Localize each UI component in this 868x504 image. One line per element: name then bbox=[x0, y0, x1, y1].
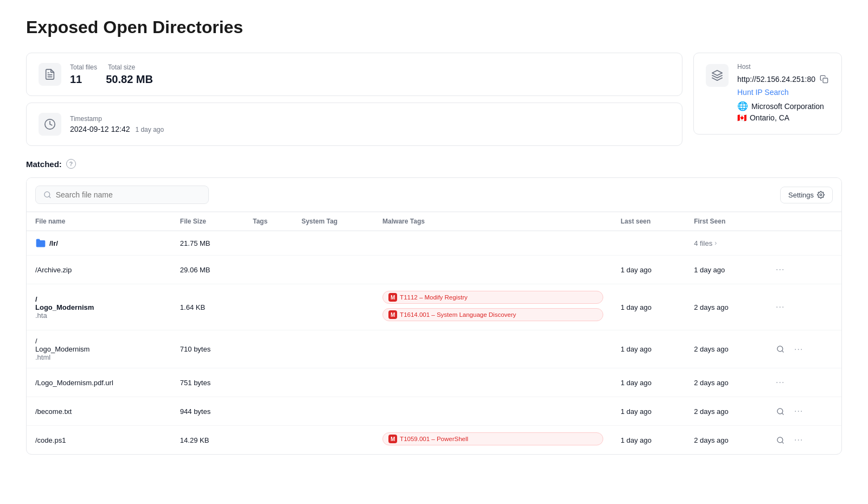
filesize-cell: 710 bytes bbox=[171, 330, 244, 368]
tags-cell bbox=[244, 284, 293, 330]
filesize-cell: 29.06 MB bbox=[171, 256, 244, 284]
search-button[interactable] bbox=[773, 432, 788, 448]
folder-link[interactable]: /lr/ bbox=[35, 238, 163, 248]
malwaretags-cell: M T1112 – Modify Registry M T1614.001 – … bbox=[374, 284, 612, 330]
col-firstseen: First Seen bbox=[685, 212, 764, 231]
files-size-content: Total files Total size 11 50.82 MB bbox=[70, 63, 670, 86]
lastseen-cell: 1 day ago bbox=[612, 284, 685, 330]
systemtag-cell bbox=[293, 426, 374, 455]
actions-cell: ··· bbox=[764, 397, 841, 426]
host-card: Host http://52.156.24.251:80 Hunt IP Sea… bbox=[693, 53, 842, 135]
svg-rect-4 bbox=[823, 78, 828, 83]
more-options-button[interactable]: ··· bbox=[773, 299, 788, 315]
search-box[interactable] bbox=[35, 186, 209, 204]
more-options-button[interactable]: ··· bbox=[791, 432, 806, 448]
col-systemtag: System Tag bbox=[293, 212, 374, 231]
firstseen-cell: 4 files › bbox=[685, 231, 764, 256]
tags-cell bbox=[244, 256, 293, 284]
table-header: File name File Size Tags System Tag Malw… bbox=[27, 212, 841, 231]
copy-url-button[interactable] bbox=[819, 74, 829, 85]
help-icon[interactable]: ? bbox=[66, 159, 76, 169]
files-table-container: Settings File name File Size Tags System… bbox=[26, 177, 842, 455]
lastseen-cell: 1 day ago bbox=[612, 426, 685, 455]
settings-gear-icon bbox=[817, 191, 825, 199]
actions-cell: ··· bbox=[764, 256, 841, 284]
table-row: /become.txt 944 bytes 1 day ago 2 days a… bbox=[27, 397, 841, 426]
action-buttons: ··· bbox=[773, 375, 833, 390]
col-malwaretags: Malware Tags bbox=[374, 212, 612, 231]
search-input[interactable] bbox=[56, 190, 201, 199]
lastseen-cell: 1 day ago bbox=[612, 368, 685, 397]
total-files-label: Total files bbox=[70, 63, 97, 71]
host-location: Ontario, CA bbox=[750, 113, 789, 122]
svg-line-13 bbox=[782, 442, 783, 443]
firstseen-cell: 2 days ago bbox=[685, 426, 764, 455]
firstseen-cell: 2 days ago bbox=[685, 284, 764, 330]
total-files-value: 11 bbox=[70, 73, 82, 86]
svg-marker-3 bbox=[712, 71, 722, 75]
malware-m-badge: M bbox=[388, 293, 397, 302]
hunt-ip-link[interactable]: Hunt IP Search bbox=[737, 88, 829, 97]
search-button[interactable] bbox=[773, 404, 788, 419]
folder-icon bbox=[35, 238, 46, 248]
settings-button[interactable]: Settings bbox=[780, 187, 833, 203]
settings-label: Settings bbox=[788, 191, 814, 199]
malwaretags-cell: M T1059.001 – PowerShell bbox=[374, 426, 612, 455]
malware-tags: M T1112 – Modify Registry M T1614.001 – … bbox=[382, 291, 603, 323]
host-org: Microsoft Corporation bbox=[751, 102, 824, 111]
filename-cell: /become.txt bbox=[27, 397, 171, 426]
chevron-right-icon: › bbox=[714, 239, 717, 247]
filesize-cell: 21.75 MB bbox=[171, 231, 244, 256]
svg-point-7 bbox=[820, 194, 822, 196]
malwaretags-cell bbox=[374, 397, 612, 426]
actions-cell: ··· bbox=[764, 284, 841, 330]
table-body: /lr/ 21.75 MB 4 files › bbox=[27, 231, 841, 455]
file-name: /code.ps1 bbox=[35, 436, 66, 444]
more-options-button[interactable]: ··· bbox=[791, 342, 806, 357]
tags-cell bbox=[244, 231, 293, 256]
malware-tag: M T1059.001 – PowerShell bbox=[382, 432, 603, 445]
svg-line-6 bbox=[49, 196, 50, 198]
file-name: / Logo_Modernism .html bbox=[35, 337, 163, 361]
col-filesize: File Size bbox=[171, 212, 244, 231]
filesize-cell: 14.29 KB bbox=[171, 426, 244, 455]
firstseen-cell: 2 days ago bbox=[685, 368, 764, 397]
clock-icon bbox=[39, 113, 61, 136]
table-row: / Logo_Modernism .hta 1.64 KB M T1112 – … bbox=[27, 284, 841, 330]
systemtag-cell bbox=[293, 231, 374, 256]
actions-cell: ··· bbox=[764, 426, 841, 455]
malware-tag: M T1614.001 – System Language Discovery bbox=[382, 308, 603, 321]
lastseen-cell: 1 day ago bbox=[612, 397, 685, 426]
files-badge: 4 files › bbox=[694, 239, 755, 247]
tags-cell bbox=[244, 330, 293, 368]
files-size-card: Total files Total size 11 50.82 MB bbox=[26, 53, 682, 96]
matched-section: Matched: ? bbox=[26, 159, 842, 169]
table-row: /Archive.zip 29.06 MB 1 day ago 1 day ag… bbox=[27, 256, 841, 284]
actions-cell bbox=[764, 231, 841, 256]
action-buttons: ··· bbox=[773, 299, 833, 315]
lastseen-cell bbox=[612, 231, 685, 256]
malware-tag: M T1112 – Modify Registry bbox=[382, 291, 603, 304]
page-title: Exposed Open Directories bbox=[26, 17, 842, 37]
table-row: /code.ps1 14.29 KB M T1059.001 – PowerSh… bbox=[27, 426, 841, 455]
more-options-button[interactable]: ··· bbox=[773, 375, 788, 390]
action-buttons: ··· bbox=[773, 262, 833, 277]
tags-cell bbox=[244, 368, 293, 397]
col-lastseen: Last seen bbox=[612, 212, 685, 231]
filename-cell: /Logo_Modernism.pdf.url bbox=[27, 368, 171, 397]
systemtag-cell bbox=[293, 256, 374, 284]
actions-cell: ··· bbox=[764, 368, 841, 397]
filename-cell: / Logo_Modernism .html bbox=[27, 330, 171, 368]
timestamp-content: Timestamp 2024-09-12 12:42 1 day ago bbox=[70, 115, 670, 133]
search-button[interactable] bbox=[773, 342, 788, 357]
file-name: /Logo_Modernism.pdf.url bbox=[35, 379, 113, 387]
filename-cell: /code.ps1 bbox=[27, 426, 171, 455]
more-options-button[interactable]: ··· bbox=[791, 404, 806, 419]
actions-cell: ··· bbox=[764, 330, 841, 368]
total-size-value: 50.82 MB bbox=[106, 73, 153, 86]
more-options-button[interactable]: ··· bbox=[773, 262, 788, 277]
info-cards: Total files Total size 11 50.82 MB bbox=[26, 53, 842, 146]
malwaretags-cell bbox=[374, 330, 612, 368]
file-name: /Archive.zip bbox=[35, 266, 163, 274]
host-url: http://52.156.24.251:80 bbox=[737, 75, 815, 84]
